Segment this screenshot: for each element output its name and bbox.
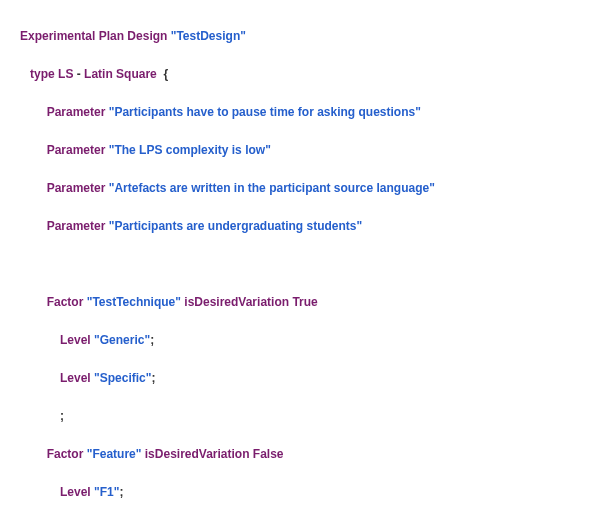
- code-line: ;: [16, 407, 594, 426]
- punct: -: [77, 67, 81, 81]
- keyword: isDesiredVariation: [145, 447, 250, 461]
- keyword: type: [30, 67, 55, 81]
- code-line: Parameter "Participants are undergraduat…: [16, 217, 594, 236]
- string: "Specific": [94, 371, 151, 385]
- code-line: Parameter "The LPS complexity is low": [16, 141, 594, 160]
- string: "Artefacts are written in the participan…: [109, 181, 435, 195]
- string: "Generic": [94, 333, 150, 347]
- keyword: Parameter: [47, 143, 106, 157]
- code-line: Level "Generic";: [16, 331, 594, 350]
- code-line: Factor "Feature" isDesiredVariation Fals…: [16, 445, 594, 464]
- string: "TestDesign": [171, 29, 246, 43]
- string: "TestTechnique": [87, 295, 181, 309]
- code-line: type LS - Latin Square {: [16, 65, 594, 84]
- keyword: Factor: [47, 295, 84, 309]
- string: "Participants are undergraduating studen…: [109, 219, 362, 233]
- keyword: Experimental Plan Design: [20, 29, 167, 43]
- code-line: Level "F1";: [16, 483, 594, 502]
- code-line: Factor "TestTechnique" isDesiredVariatio…: [16, 293, 594, 312]
- keyword: Level: [60, 333, 91, 347]
- code-line: Experimental Plan Design "TestDesign": [16, 27, 594, 46]
- keyword: LS: [58, 67, 73, 81]
- code-line: Level "Specific";: [16, 369, 594, 388]
- string: "F1": [94, 485, 119, 499]
- keyword: True: [292, 295, 317, 309]
- code-line: [16, 255, 594, 274]
- punct: ;: [119, 485, 123, 499]
- string: "The LPS complexity is low": [109, 143, 271, 157]
- punct: ;: [151, 371, 155, 385]
- code-line: Parameter "Participants have to pause ti…: [16, 103, 594, 122]
- keyword: False: [253, 447, 284, 461]
- punct: {: [163, 67, 168, 81]
- punct: ;: [60, 409, 64, 423]
- keyword: Parameter: [47, 105, 106, 119]
- keyword: isDesiredVariation: [184, 295, 289, 309]
- keyword: Parameter: [47, 219, 106, 233]
- keyword: Parameter: [47, 181, 106, 195]
- code-line: Parameter "Artefacts are written in the …: [16, 179, 594, 198]
- keyword: Level: [60, 371, 91, 385]
- code-block: Experimental Plan Design "TestDesign" ty…: [16, 8, 594, 517]
- string: "Feature": [87, 447, 142, 461]
- string: "Participants have to pause time for ask…: [109, 105, 421, 119]
- keyword: Factor: [47, 447, 84, 461]
- keyword: Level: [60, 485, 91, 499]
- punct: ;: [150, 333, 154, 347]
- keyword: Latin Square: [84, 67, 157, 81]
